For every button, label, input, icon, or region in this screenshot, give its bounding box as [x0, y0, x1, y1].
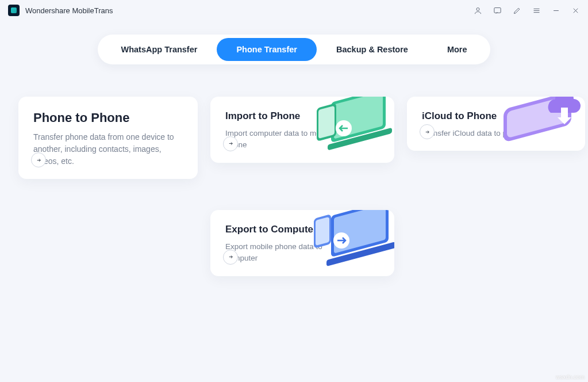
account-icon[interactable]: [473, 6, 482, 15]
card-desc: Import computer data to mobile phone: [225, 128, 335, 151]
card-title: Import to Phone: [225, 110, 379, 122]
svg-rect-24: [326, 241, 394, 266]
card-title: Phone to Phone: [33, 110, 183, 125]
svg-point-0: [476, 7, 479, 10]
card-desc: Transfer iCloud data to phone: [422, 128, 531, 139]
minimize-icon[interactable]: [551, 6, 560, 15]
cards-grid: Phone to Phone Transfer phone data from …: [0, 64, 588, 324]
card-title: Export to Computer: [225, 224, 379, 235]
card-export-to-computer[interactable]: Export to Computer Export mobile phone d…: [210, 210, 394, 276]
feedback-icon[interactable]: [493, 6, 502, 15]
titlebar: Wondershare MobileTrans: [0, 0, 588, 21]
go-button[interactable]: [223, 136, 238, 151]
svg-point-17: [336, 120, 352, 136]
app-title: Wondershare MobileTrans: [25, 6, 113, 15]
titlebar-right: [473, 6, 580, 15]
card-import-to-phone[interactable]: Import to Phone Import computer data to …: [210, 97, 394, 163]
tab-pill: WhatsApp Transfer Phone Transfer Backup …: [98, 35, 490, 64]
app-logo: [8, 5, 20, 16]
card-title: iCloud to Phone: [422, 110, 570, 122]
go-button[interactable]: [31, 152, 46, 167]
close-icon[interactable]: [571, 6, 580, 15]
svg-rect-14: [328, 127, 392, 150]
cloud-to-phone-icon: [493, 97, 585, 151]
watermark: wsxdn.com: [556, 374, 585, 380]
tab-container: WhatsApp Transfer Phone Transfer Backup …: [0, 35, 588, 64]
titlebar-left: Wondershare MobileTrans: [8, 5, 113, 16]
card-phone-to-phone[interactable]: Phone to Phone Transfer phone data from …: [18, 97, 198, 179]
card-desc: Export mobile phone data to computer: [225, 241, 335, 265]
edit-icon[interactable]: [512, 6, 521, 15]
tab-backup-restore[interactable]: Backup & Restore: [317, 38, 428, 61]
svg-rect-1: [494, 7, 500, 13]
tab-more[interactable]: More: [428, 38, 487, 61]
go-button[interactable]: [223, 250, 238, 265]
tab-phone-transfer[interactable]: Phone Transfer: [217, 38, 317, 61]
card-icloud-to-phone[interactable]: iCloud to Phone Transfer iCloud data to …: [407, 97, 585, 151]
tab-whatsapp-transfer[interactable]: WhatsApp Transfer: [101, 38, 217, 61]
card-desc: Transfer phone data from one device to a…: [33, 131, 183, 167]
menu-icon[interactable]: [532, 6, 541, 15]
